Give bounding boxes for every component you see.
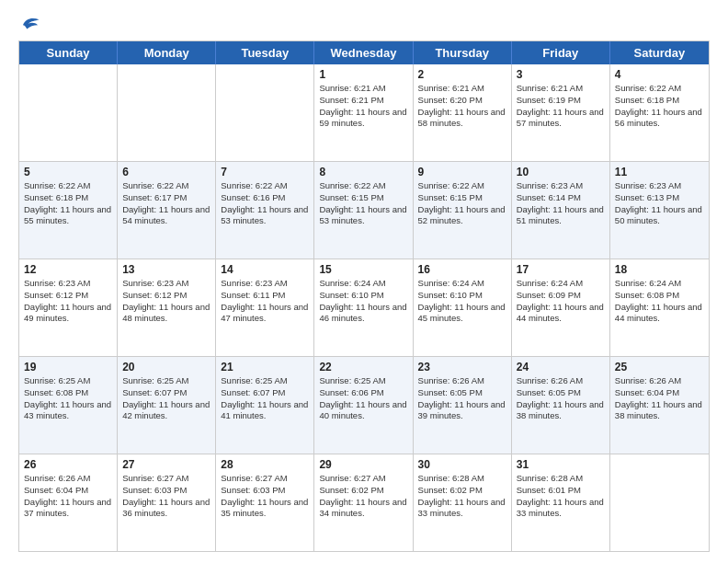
calendar-day-28: 28Sunrise: 6:27 AM Sunset: 6:03 PM Dayli… xyxy=(216,454,314,551)
day-number: 6 xyxy=(122,166,210,178)
day-number: 7 xyxy=(221,166,309,178)
calendar-day-24: 24Sunrise: 6:26 AM Sunset: 6:05 PM Dayli… xyxy=(512,357,610,454)
calendar-day-19: 19Sunrise: 6:25 AM Sunset: 6:08 PM Dayli… xyxy=(19,357,118,454)
calendar-header: SundayMondayTuesdayWednesdayThursdayFrid… xyxy=(19,41,709,64)
calendar-day-14: 14Sunrise: 6:23 AM Sunset: 6:11 PM Dayli… xyxy=(216,259,314,356)
day-number: 26 xyxy=(24,458,112,471)
calendar-day-16: 16Sunrise: 6:24 AM Sunset: 6:10 PM Dayli… xyxy=(414,259,512,356)
day-content: Sunrise: 6:25 AM Sunset: 6:07 PM Dayligh… xyxy=(221,375,309,422)
page: SundayMondayTuesdayWednesdayThursdayFrid… xyxy=(0,0,728,563)
calendar-row-4: 26Sunrise: 6:26 AM Sunset: 6:04 PM Dayli… xyxy=(19,454,709,551)
day-number: 20 xyxy=(122,361,210,373)
day-content: Sunrise: 6:24 AM Sunset: 6:08 PM Dayligh… xyxy=(615,278,704,325)
day-number: 12 xyxy=(24,263,112,276)
day-content: Sunrise: 6:24 AM Sunset: 6:10 PM Dayligh… xyxy=(319,278,407,325)
calendar-day-13: 13Sunrise: 6:23 AM Sunset: 6:12 PM Dayli… xyxy=(118,259,216,356)
empty-cell xyxy=(610,454,709,551)
day-number: 15 xyxy=(319,263,407,276)
day-number: 19 xyxy=(24,361,112,373)
day-number: 16 xyxy=(418,263,506,276)
empty-cell xyxy=(216,64,314,161)
calendar-day-7: 7Sunrise: 6:22 AM Sunset: 6:16 PM Daylig… xyxy=(216,162,314,259)
empty-cell xyxy=(19,64,118,161)
calendar-day-18: 18Sunrise: 6:24 AM Sunset: 6:08 PM Dayli… xyxy=(610,259,709,356)
day-number: 28 xyxy=(221,458,309,471)
calendar-day-6: 6Sunrise: 6:22 AM Sunset: 6:17 PM Daylig… xyxy=(118,162,216,259)
day-content: Sunrise: 6:22 AM Sunset: 6:17 PM Dayligh… xyxy=(122,180,210,227)
header-day-thursday: Thursday xyxy=(414,41,512,64)
day-number: 17 xyxy=(517,263,605,276)
day-content: Sunrise: 6:26 AM Sunset: 6:05 PM Dayligh… xyxy=(517,375,605,422)
logo xyxy=(18,15,40,31)
day-content: Sunrise: 6:25 AM Sunset: 6:07 PM Dayligh… xyxy=(122,375,210,422)
header-day-friday: Friday xyxy=(512,41,610,64)
day-content: Sunrise: 6:26 AM Sunset: 6:04 PM Dayligh… xyxy=(24,473,112,520)
calendar-day-29: 29Sunrise: 6:27 AM Sunset: 6:02 PM Dayli… xyxy=(314,454,413,551)
calendar-day-4: 4Sunrise: 6:22 AM Sunset: 6:18 PM Daylig… xyxy=(610,64,709,161)
day-number: 25 xyxy=(615,361,704,373)
day-content: Sunrise: 6:27 AM Sunset: 6:03 PM Dayligh… xyxy=(122,473,210,520)
day-content: Sunrise: 6:23 AM Sunset: 6:11 PM Dayligh… xyxy=(221,278,309,325)
day-number: 3 xyxy=(517,68,605,81)
day-number: 9 xyxy=(418,166,506,178)
day-content: Sunrise: 6:21 AM Sunset: 6:19 PM Dayligh… xyxy=(517,83,605,130)
header-day-saturday: Saturday xyxy=(610,41,709,64)
calendar-day-25: 25Sunrise: 6:26 AM Sunset: 6:04 PM Dayli… xyxy=(610,357,709,454)
calendar-day-22: 22Sunrise: 6:25 AM Sunset: 6:06 PM Dayli… xyxy=(314,357,413,454)
calendar-day-1: 1Sunrise: 6:21 AM Sunset: 6:21 PM Daylig… xyxy=(314,64,413,161)
calendar-day-10: 10Sunrise: 6:23 AM Sunset: 6:14 PM Dayli… xyxy=(512,162,610,259)
day-number: 30 xyxy=(418,458,506,471)
day-content: Sunrise: 6:25 AM Sunset: 6:06 PM Dayligh… xyxy=(319,375,407,422)
calendar-day-8: 8Sunrise: 6:22 AM Sunset: 6:15 PM Daylig… xyxy=(314,162,413,259)
calendar-day-5: 5Sunrise: 6:22 AM Sunset: 6:18 PM Daylig… xyxy=(19,162,118,259)
calendar-row-3: 19Sunrise: 6:25 AM Sunset: 6:08 PM Dayli… xyxy=(19,356,709,454)
header-day-tuesday: Tuesday xyxy=(216,41,314,64)
day-number: 8 xyxy=(319,166,407,178)
day-content: Sunrise: 6:24 AM Sunset: 6:10 PM Dayligh… xyxy=(418,278,506,325)
day-number: 2 xyxy=(418,68,506,81)
day-number: 24 xyxy=(517,361,605,373)
day-content: Sunrise: 6:28 AM Sunset: 6:01 PM Dayligh… xyxy=(517,473,605,520)
calendar-row-1: 5Sunrise: 6:22 AM Sunset: 6:18 PM Daylig… xyxy=(19,161,709,259)
header-day-wednesday: Wednesday xyxy=(314,41,413,64)
day-number: 4 xyxy=(615,68,704,81)
day-number: 13 xyxy=(122,263,210,276)
calendar-day-2: 2Sunrise: 6:21 AM Sunset: 6:20 PM Daylig… xyxy=(414,64,512,161)
day-number: 21 xyxy=(221,361,309,373)
day-number: 11 xyxy=(615,166,704,178)
calendar-day-12: 12Sunrise: 6:23 AM Sunset: 6:12 PM Dayli… xyxy=(19,259,118,356)
calendar-day-21: 21Sunrise: 6:25 AM Sunset: 6:07 PM Dayli… xyxy=(216,357,314,454)
day-content: Sunrise: 6:22 AM Sunset: 6:15 PM Dayligh… xyxy=(418,180,506,227)
day-content: Sunrise: 6:22 AM Sunset: 6:15 PM Dayligh… xyxy=(319,180,407,227)
day-number: 14 xyxy=(221,263,309,276)
calendar-day-11: 11Sunrise: 6:23 AM Sunset: 6:13 PM Dayli… xyxy=(610,162,709,259)
calendar-day-30: 30Sunrise: 6:28 AM Sunset: 6:02 PM Dayli… xyxy=(414,454,512,551)
day-number: 27 xyxy=(122,458,210,471)
day-content: Sunrise: 6:26 AM Sunset: 6:05 PM Dayligh… xyxy=(418,375,506,422)
day-content: Sunrise: 6:23 AM Sunset: 6:12 PM Dayligh… xyxy=(24,278,112,325)
day-content: Sunrise: 6:28 AM Sunset: 6:02 PM Dayligh… xyxy=(418,473,506,520)
logo-bird-icon xyxy=(20,15,40,31)
header xyxy=(18,15,710,31)
day-number: 29 xyxy=(319,458,407,471)
day-content: Sunrise: 6:22 AM Sunset: 6:18 PM Dayligh… xyxy=(24,180,112,227)
header-day-monday: Monday xyxy=(118,41,216,64)
day-content: Sunrise: 6:21 AM Sunset: 6:20 PM Dayligh… xyxy=(418,83,506,130)
calendar-day-20: 20Sunrise: 6:25 AM Sunset: 6:07 PM Dayli… xyxy=(118,357,216,454)
calendar-day-9: 9Sunrise: 6:22 AM Sunset: 6:15 PM Daylig… xyxy=(414,162,512,259)
day-content: Sunrise: 6:27 AM Sunset: 6:03 PM Dayligh… xyxy=(221,473,309,520)
calendar-day-31: 31Sunrise: 6:28 AM Sunset: 6:01 PM Dayli… xyxy=(512,454,610,551)
day-content: Sunrise: 6:23 AM Sunset: 6:12 PM Dayligh… xyxy=(122,278,210,325)
calendar-day-26: 26Sunrise: 6:26 AM Sunset: 6:04 PM Dayli… xyxy=(19,454,118,551)
calendar-day-23: 23Sunrise: 6:26 AM Sunset: 6:05 PM Dayli… xyxy=(414,357,512,454)
calendar-body: 1Sunrise: 6:21 AM Sunset: 6:21 PM Daylig… xyxy=(19,64,709,551)
day-content: Sunrise: 6:21 AM Sunset: 6:21 PM Dayligh… xyxy=(319,83,407,130)
calendar-day-15: 15Sunrise: 6:24 AM Sunset: 6:10 PM Dayli… xyxy=(314,259,413,356)
header-day-sunday: Sunday xyxy=(19,41,118,64)
day-number: 5 xyxy=(24,166,112,178)
day-number: 31 xyxy=(517,458,605,471)
day-number: 22 xyxy=(319,361,407,373)
empty-cell xyxy=(118,64,216,161)
day-number: 10 xyxy=(517,166,605,178)
day-content: Sunrise: 6:23 AM Sunset: 6:13 PM Dayligh… xyxy=(615,180,704,227)
